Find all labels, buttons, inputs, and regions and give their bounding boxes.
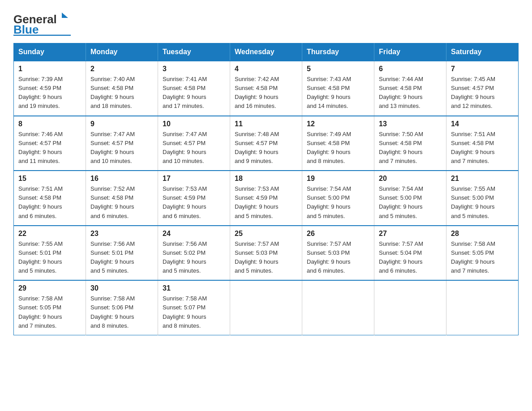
day-info: Sunrise: 7:58 AMSunset: 5:05 PMDaylight:…: [451, 240, 514, 276]
day-info: Sunrise: 7:47 AMSunset: 4:57 PMDaylight:…: [163, 130, 225, 166]
day-cell-23: 23Sunrise: 7:56 AMSunset: 5:01 PMDayligh…: [86, 226, 158, 281]
day-info: Sunrise: 7:43 AMSunset: 4:58 PMDaylight:…: [307, 75, 369, 111]
day-info: Sunrise: 7:49 AMSunset: 4:58 PMDaylight:…: [307, 130, 369, 166]
day-number: 28: [451, 230, 514, 238]
day-cell-2: 2Sunrise: 7:40 AMSunset: 4:58 PMDaylight…: [86, 61, 158, 116]
logo: General Blue: [13, 9, 72, 36]
empty-cell: [230, 280, 302, 335]
day-header-tuesday: Tuesday: [158, 43, 230, 61]
day-info: Sunrise: 7:55 AMSunset: 5:01 PMDaylight:…: [18, 240, 81, 276]
day-info: Sunrise: 7:50 AMSunset: 4:58 PMDaylight:…: [379, 130, 442, 166]
day-number: 23: [90, 230, 153, 238]
empty-cell: [302, 280, 374, 335]
day-info: Sunrise: 7:45 AMSunset: 4:57 PMDaylight:…: [451, 75, 514, 111]
calendar-body: 1Sunrise: 7:39 AMSunset: 4:59 PMDaylight…: [14, 61, 519, 335]
day-cell-9: 9Sunrise: 7:47 AMSunset: 4:57 PMDaylight…: [86, 116, 158, 171]
day-number: 20: [379, 175, 442, 183]
day-cell-24: 24Sunrise: 7:56 AMSunset: 5:02 PMDayligh…: [158, 226, 230, 281]
day-info: Sunrise: 7:53 AMSunset: 4:59 PMDaylight:…: [235, 184, 297, 221]
day-info: Sunrise: 7:47 AMSunset: 4:57 PMDaylight:…: [90, 130, 153, 166]
day-info: Sunrise: 7:53 AMSunset: 4:59 PMDaylight:…: [163, 184, 225, 221]
day-number: 6: [379, 65, 442, 73]
day-cell-6: 6Sunrise: 7:44 AMSunset: 4:58 PMDaylight…: [374, 61, 446, 116]
day-number: 16: [90, 175, 153, 183]
day-number: 24: [163, 230, 225, 238]
week-row-2: 8Sunrise: 7:46 AMSunset: 4:57 PMDaylight…: [14, 116, 519, 171]
day-cell-11: 11Sunrise: 7:48 AMSunset: 4:57 PMDayligh…: [230, 116, 302, 171]
day-info: Sunrise: 7:57 AMSunset: 5:03 PMDaylight:…: [235, 240, 297, 276]
day-number: 5: [307, 65, 369, 73]
day-cell-30: 30Sunrise: 7:58 AMSunset: 5:06 PMDayligh…: [86, 280, 158, 335]
week-row-4: 22Sunrise: 7:55 AMSunset: 5:01 PMDayligh…: [14, 226, 519, 281]
day-header-wednesday: Wednesday: [230, 43, 302, 61]
day-cell-27: 27Sunrise: 7:57 AMSunset: 5:04 PMDayligh…: [374, 226, 446, 281]
day-number: 14: [451, 120, 514, 128]
day-info: Sunrise: 7:54 AMSunset: 5:00 PMDaylight:…: [379, 184, 442, 221]
day-number: 22: [18, 230, 81, 238]
day-cell-21: 21Sunrise: 7:55 AMSunset: 5:00 PMDayligh…: [446, 171, 519, 226]
day-number: 13: [379, 120, 442, 128]
day-cell-28: 28Sunrise: 7:58 AMSunset: 5:05 PMDayligh…: [446, 226, 519, 281]
week-row-5: 29Sunrise: 7:58 AMSunset: 5:05 PMDayligh…: [14, 280, 519, 335]
svg-text:Blue: Blue: [13, 23, 39, 36]
day-number: 31: [163, 284, 225, 292]
day-cell-13: 13Sunrise: 7:50 AMSunset: 4:58 PMDayligh…: [374, 116, 446, 171]
day-info: Sunrise: 7:41 AMSunset: 4:58 PMDaylight:…: [163, 75, 225, 111]
day-info: Sunrise: 7:58 AMSunset: 5:07 PMDaylight:…: [163, 294, 225, 330]
day-number: 9: [90, 120, 153, 128]
calendar-header: SundayMondayTuesdayWednesdayThursdayFrid…: [14, 43, 519, 61]
day-info: Sunrise: 7:57 AMSunset: 5:03 PMDaylight:…: [307, 240, 369, 276]
day-info: Sunrise: 7:58 AMSunset: 5:06 PMDaylight:…: [90, 294, 153, 330]
day-cell-18: 18Sunrise: 7:53 AMSunset: 4:59 PMDayligh…: [230, 171, 302, 226]
day-headers-row: SundayMondayTuesdayWednesdayThursdayFrid…: [14, 43, 519, 61]
day-header-sunday: Sunday: [14, 43, 86, 61]
day-cell-26: 26Sunrise: 7:57 AMSunset: 5:03 PMDayligh…: [302, 226, 374, 281]
day-info: Sunrise: 7:46 AMSunset: 4:57 PMDaylight:…: [18, 130, 81, 166]
day-number: 15: [18, 175, 81, 183]
day-number: 10: [163, 120, 225, 128]
week-row-3: 15Sunrise: 7:51 AMSunset: 4:58 PMDayligh…: [14, 171, 519, 226]
day-cell-14: 14Sunrise: 7:51 AMSunset: 4:58 PMDayligh…: [446, 116, 519, 171]
day-number: 8: [18, 120, 81, 128]
day-cell-3: 3Sunrise: 7:41 AMSunset: 4:58 PMDaylight…: [158, 61, 230, 116]
day-info: Sunrise: 7:57 AMSunset: 5:04 PMDaylight:…: [379, 240, 442, 276]
day-info: Sunrise: 7:55 AMSunset: 5:00 PMDaylight:…: [451, 184, 514, 221]
day-number: 30: [90, 284, 153, 292]
page-header: General Blue: [13, 9, 519, 36]
day-cell-12: 12Sunrise: 7:49 AMSunset: 4:58 PMDayligh…: [302, 116, 374, 171]
day-header-friday: Friday: [374, 43, 446, 61]
day-number: 7: [451, 65, 514, 73]
day-header-monday: Monday: [86, 43, 158, 61]
day-info: Sunrise: 7:54 AMSunset: 5:00 PMDaylight:…: [307, 184, 369, 221]
day-info: Sunrise: 7:44 AMSunset: 4:58 PMDaylight:…: [379, 75, 442, 111]
day-info: Sunrise: 7:52 AMSunset: 4:58 PMDaylight:…: [90, 184, 153, 221]
day-number: 2: [90, 65, 153, 73]
day-info: Sunrise: 7:51 AMSunset: 4:58 PMDaylight:…: [18, 184, 81, 221]
day-cell-15: 15Sunrise: 7:51 AMSunset: 4:58 PMDayligh…: [14, 171, 86, 226]
day-number: 29: [18, 284, 81, 292]
empty-cell: [446, 280, 519, 335]
week-row-1: 1Sunrise: 7:39 AMSunset: 4:59 PMDaylight…: [14, 61, 519, 116]
day-info: Sunrise: 7:39 AMSunset: 4:59 PMDaylight:…: [18, 75, 81, 111]
day-number: 25: [235, 230, 297, 238]
day-cell-7: 7Sunrise: 7:45 AMSunset: 4:57 PMDaylight…: [446, 61, 519, 116]
day-cell-8: 8Sunrise: 7:46 AMSunset: 4:57 PMDaylight…: [14, 116, 86, 171]
empty-cell: [374, 280, 446, 335]
day-info: Sunrise: 7:56 AMSunset: 5:01 PMDaylight:…: [90, 240, 153, 276]
day-header-thursday: Thursday: [302, 43, 374, 61]
day-number: 18: [235, 175, 297, 183]
day-number: 17: [163, 175, 225, 183]
calendar-table: SundayMondayTuesdayWednesdayThursdayFrid…: [13, 43, 519, 335]
day-info: Sunrise: 7:56 AMSunset: 5:02 PMDaylight:…: [163, 240, 225, 276]
day-number: 21: [451, 175, 514, 183]
day-cell-25: 25Sunrise: 7:57 AMSunset: 5:03 PMDayligh…: [230, 226, 302, 281]
day-header-saturday: Saturday: [446, 43, 519, 61]
day-info: Sunrise: 7:40 AMSunset: 4:58 PMDaylight:…: [90, 75, 153, 111]
svg-marker-1: [62, 13, 68, 18]
day-cell-19: 19Sunrise: 7:54 AMSunset: 5:00 PMDayligh…: [302, 171, 374, 226]
day-info: Sunrise: 7:42 AMSunset: 4:58 PMDaylight:…: [235, 75, 297, 111]
day-cell-17: 17Sunrise: 7:53 AMSunset: 4:59 PMDayligh…: [158, 171, 230, 226]
day-number: 3: [163, 65, 225, 73]
day-cell-10: 10Sunrise: 7:47 AMSunset: 4:57 PMDayligh…: [158, 116, 230, 171]
day-cell-22: 22Sunrise: 7:55 AMSunset: 5:01 PMDayligh…: [14, 226, 86, 281]
